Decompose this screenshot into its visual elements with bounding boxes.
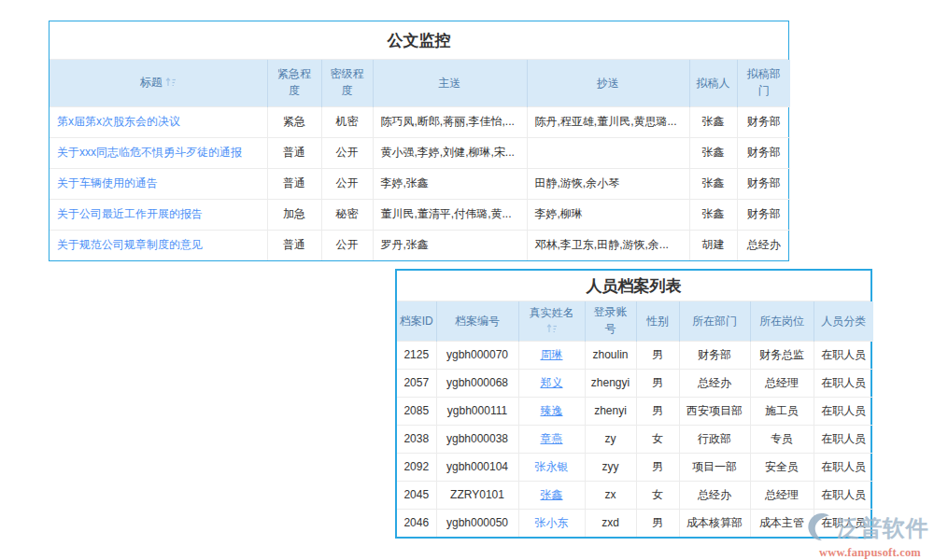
cell-urgency: 普通 bbox=[267, 230, 321, 260]
fanpu-url-text: www.fanpusoft.com bbox=[819, 546, 934, 560]
cell-cc-send bbox=[527, 137, 689, 168]
cell-real-name: 章燕 bbox=[518, 425, 585, 453]
doc-title-link[interactable]: 关于公司最近工作开展的报告 bbox=[57, 207, 203, 220]
column-header-archive-id[interactable]: 档案ID bbox=[397, 301, 436, 341]
column-header-draft-dept[interactable]: 拟稿部门 bbox=[737, 60, 790, 106]
cell-drafter: 张鑫 bbox=[689, 199, 737, 230]
cell-urgency: 紧急 bbox=[267, 106, 321, 137]
cell-archive-code: ygbh000070 bbox=[436, 341, 518, 369]
doc-title-link[interactable]: 关于规范公司规章制度的意见 bbox=[57, 238, 203, 251]
cell-gender: 男 bbox=[636, 397, 679, 425]
cell-cc-send: 田静,游恢,余小琴 bbox=[527, 168, 689, 199]
doc-monitor-header-row: 标题紧急程度密级程度主送抄送拟稿人拟稿部门 bbox=[50, 60, 790, 106]
cell-cc-send: 李婷,柳琳 bbox=[527, 199, 689, 230]
cell-drafter: 张鑫 bbox=[689, 106, 737, 137]
cell-draft-dept: 财务部 bbox=[737, 137, 790, 168]
cell-drafter: 胡建 bbox=[689, 230, 737, 260]
cell-department: 西安项目部 bbox=[679, 397, 750, 425]
cell-security: 秘密 bbox=[321, 199, 373, 230]
doc-row: 关于公司最近工作开展的报告加急秘密董川民,董清平,付伟璐,黄...李婷,柳琳张鑫… bbox=[50, 199, 790, 230]
cell-login-account: zx bbox=[585, 481, 636, 509]
cell-security: 公开 bbox=[321, 137, 373, 168]
cell-archive-id: 2085 bbox=[397, 397, 436, 425]
column-label: 档案编号 bbox=[455, 315, 500, 328]
real-name-link[interactable]: 章燕 bbox=[541, 432, 563, 445]
sort-icon bbox=[546, 321, 558, 338]
cell-category: 在职人员 bbox=[814, 397, 873, 425]
cell-department: 总经办 bbox=[679, 481, 750, 509]
doc-row: 第x届第x次股东会的决议紧急机密陈巧凤,断郎,蒋丽,李佳怡,...陈丹,程亚雄,… bbox=[50, 106, 790, 137]
cell-category: 在职人员 bbox=[814, 341, 873, 369]
cell-main-send: 罗丹,张鑫 bbox=[373, 230, 527, 260]
cell-main-send: 李婷,张鑫 bbox=[373, 168, 527, 199]
personnel-row: 2085ygbh000111臻逸zhenyi男西安项目部施工员在职人员 bbox=[397, 397, 873, 425]
cell-draft-dept: 财务部 bbox=[737, 106, 790, 137]
column-header-cc-send[interactable]: 抄送 bbox=[527, 60, 689, 106]
cell-archive-id: 2125 bbox=[397, 341, 436, 369]
personnel-row: 2038ygbh000038章燕zy女行政部专员在职人员 bbox=[397, 425, 873, 453]
column-header-real-name[interactable]: 真实姓名 bbox=[518, 301, 585, 341]
cell-department: 行政部 bbox=[679, 425, 750, 453]
cell-post: 总经理 bbox=[750, 481, 814, 509]
column-label: 登录账号 bbox=[594, 304, 628, 337]
cell-real-name: 郑义 bbox=[518, 369, 585, 397]
doc-title-link[interactable]: 关于xxx同志临危不惧勇斗歹徒的通报 bbox=[57, 146, 242, 159]
doc-row: 关于车辆使用的通告普通公开李婷,张鑫田静,游恢,余小琴张鑫财务部 bbox=[50, 168, 790, 199]
cell-archive-id: 2045 bbox=[397, 481, 436, 509]
column-header-post[interactable]: 所在岗位 bbox=[750, 301, 814, 341]
personnel-header-row: 档案ID档案编号真实姓名登录账号性别所在部门所在岗位人员分类 bbox=[397, 301, 873, 341]
cell-post: 财务总监 bbox=[750, 341, 814, 369]
personnel-archive-title: 人员档案列表 bbox=[397, 271, 870, 301]
personnel-row: 2057ygbh000068郑义zhengyi男总经办总经理在职人员 bbox=[397, 369, 873, 397]
personnel-row: 2092ygbh000104张永银zyy男项目一部安全员在职人员 bbox=[397, 453, 873, 481]
column-label: 拟稿人 bbox=[697, 77, 730, 90]
real-name-link[interactable]: 张鑫 bbox=[541, 488, 563, 501]
column-header-category[interactable]: 人员分类 bbox=[814, 301, 873, 341]
column-label: 抄送 bbox=[597, 77, 619, 90]
doc-row: 关于xxx同志临危不惧勇斗歹徒的通报普通公开黄小强,李婷,刘健,柳琳,宋...张… bbox=[50, 137, 790, 168]
column-header-title[interactable]: 标题 bbox=[50, 60, 267, 106]
personnel-archive-table: 人员档案列表 档案ID档案编号真实姓名登录账号性别所在部门所在岗位人员分类 21… bbox=[395, 269, 872, 539]
cell-archive-code: ygbh000111 bbox=[436, 397, 518, 425]
cell-gender: 女 bbox=[636, 425, 679, 453]
cell-category: 在职人员 bbox=[814, 425, 873, 453]
column-header-urgency[interactable]: 紧急程度 bbox=[267, 60, 321, 106]
cell-login-account: zhoulin bbox=[585, 341, 636, 369]
column-label: 所在部门 bbox=[692, 315, 737, 328]
column-label: 人员分类 bbox=[821, 315, 866, 328]
column-header-archive-code[interactable]: 档案编号 bbox=[436, 301, 518, 341]
cell-category: 在职人员 bbox=[814, 481, 873, 509]
cell-gender: 男 bbox=[636, 369, 679, 397]
cell-real-name: 张永银 bbox=[518, 453, 585, 481]
column-header-drafter[interactable]: 拟稿人 bbox=[689, 60, 737, 106]
column-header-main-send[interactable]: 主送 bbox=[373, 60, 527, 106]
personnel-row: 2045ZZRY0101张鑫zx女总经办总经理在职人员 bbox=[397, 481, 873, 509]
doc-title-link[interactable]: 关于车辆使用的通告 bbox=[57, 176, 158, 189]
cell-login-account: zhenyi bbox=[585, 397, 636, 425]
column-header-gender[interactable]: 性别 bbox=[636, 301, 679, 341]
cell-drafter: 张鑫 bbox=[689, 168, 737, 199]
cell-real-name: 臻逸 bbox=[518, 397, 585, 425]
real-name-link[interactable]: 郑义 bbox=[541, 376, 563, 389]
column-header-login-account[interactable]: 登录账号 bbox=[585, 301, 636, 341]
real-name-link[interactable]: 张永银 bbox=[535, 460, 569, 473]
cell-title: 第x届第x次股东会的决议 bbox=[50, 106, 267, 137]
doc-monitor-title: 公文监控 bbox=[50, 21, 788, 60]
column-label: 主送 bbox=[439, 77, 461, 90]
real-name-link[interactable]: 周琳 bbox=[541, 348, 563, 361]
cell-main-send: 董川民,董清平,付伟璐,黄... bbox=[373, 199, 527, 230]
fanpu-brand-text: 泛普软件 bbox=[837, 517, 928, 539]
cell-department: 成本核算部 bbox=[679, 509, 750, 537]
real-name-link[interactable]: 臻逸 bbox=[541, 404, 563, 417]
doc-monitor-table: 公文监控 标题紧急程度密级程度主送抄送拟稿人拟稿部门 第x届第x次股东会的决议紧… bbox=[49, 21, 789, 261]
real-name-link[interactable]: 张小东 bbox=[535, 516, 569, 529]
column-header-department[interactable]: 所在部门 bbox=[679, 301, 750, 341]
cell-post: 专员 bbox=[750, 425, 814, 453]
cell-gender: 男 bbox=[636, 453, 679, 481]
column-header-security[interactable]: 密级程度 bbox=[321, 60, 373, 106]
cell-title: 关于xxx同志临危不惧勇斗歹徒的通报 bbox=[50, 137, 267, 168]
column-label: 档案ID bbox=[400, 315, 433, 328]
doc-title-link[interactable]: 第x届第x次股东会的决议 bbox=[57, 115, 180, 128]
cell-archive-id: 2092 bbox=[397, 453, 436, 481]
cell-security: 公开 bbox=[321, 168, 373, 199]
